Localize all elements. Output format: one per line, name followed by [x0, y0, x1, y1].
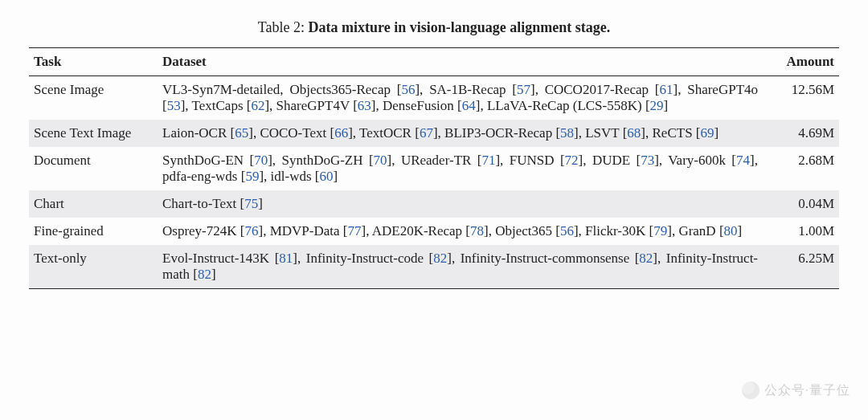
dataset-item: UReader-TR [71]	[401, 153, 500, 168]
separator: ,	[579, 125, 586, 141]
separator: ,	[489, 223, 496, 239]
table-row: DocumentSynthDoG-EN [70], SynthDoG-ZH [7…	[29, 147, 839, 190]
dataset-item: TextCaps [62]	[192, 98, 270, 113]
citation-link[interactable]: 59	[245, 169, 259, 184]
citation-link[interactable]: 72	[565, 153, 579, 168]
separator: ,	[583, 153, 592, 168]
citation-link[interactable]: 53	[167, 98, 181, 113]
citation-link[interactable]: 73	[641, 153, 654, 168]
dataset-name: COCO-Text	[260, 125, 326, 141]
table-caption: Table 2: Data mixture in vision-language…	[29, 19, 839, 36]
dataset-name: VL3-Syn7M-detailed	[162, 82, 280, 97]
amount-cell: 6.25M	[763, 245, 839, 289]
separator: ,	[645, 125, 653, 141]
dataset-name: BLIP3-OCR-Recap	[444, 125, 552, 141]
dataset-cell: SynthDoG-EN [70], SynthDoG-ZH [70], URea…	[158, 147, 763, 190]
dataset-name: TextCaps	[192, 98, 244, 113]
citation-link[interactable]: 65	[235, 125, 248, 141]
dataset-item: ReCTS [69]	[653, 125, 719, 141]
citation-link[interactable]: 56	[560, 223, 574, 239]
citation-link[interactable]: 82	[433, 251, 447, 266]
citation-link[interactable]: 71	[481, 153, 495, 168]
amount-cell: 0.04M	[763, 190, 839, 218]
dataset-item: SynthDoG-EN [70]	[162, 153, 272, 168]
citation-link[interactable]: 67	[420, 125, 433, 141]
dataset-item: LLaVA-ReCap (LCS-558K) [29]	[487, 98, 668, 113]
citation-link[interactable]: 70	[374, 153, 387, 168]
citation-link[interactable]: 63	[358, 98, 371, 113]
caption-label: Table 2:	[258, 19, 305, 35]
data-mixture-table: Task Dataset Amount Scene ImageVL3-Syn7M…	[29, 47, 839, 289]
dataset-item: SynthDoG-ZH [70]	[281, 153, 391, 168]
amount-cell: 2.68M	[763, 147, 839, 190]
separator: ,	[297, 251, 306, 266]
citation-link[interactable]: 29	[650, 98, 664, 113]
dataset-name: ReCTS	[653, 125, 693, 141]
dataset-name: GranD	[678, 223, 715, 239]
separator: ,	[480, 98, 487, 113]
dataset-name: DUDE	[592, 153, 630, 168]
citation-link[interactable]: 69	[701, 125, 714, 141]
dataset-name: MDVP-Data	[270, 223, 340, 239]
dataset-item: VL3-Syn7M-detailed	[162, 82, 280, 97]
citation-link[interactable]: 58	[560, 125, 574, 141]
citation-link[interactable]: 60	[319, 169, 333, 184]
dataset-name: LSVT	[585, 125, 619, 141]
dataset-cell: Osprey-724K [76], MDVP-Data [77], ADE20K…	[158, 218, 763, 245]
dataset-cell: Laion-OCR [65], COCO-Text [66], TextOCR …	[158, 120, 763, 147]
dataset-item: ADE20K-Recap [78]	[372, 223, 489, 239]
task-cell: Chart	[29, 190, 158, 218]
citation-link[interactable]: 70	[254, 153, 268, 168]
citation-link[interactable]: 62	[251, 98, 264, 113]
citation-link[interactable]: 76	[244, 223, 258, 239]
dataset-name: SynthDoG-ZH	[281, 153, 362, 168]
separator: ,	[272, 153, 282, 168]
dataset-name: Laion-OCR	[162, 125, 227, 141]
citation-link[interactable]: 82	[639, 251, 653, 266]
dataset-item: ShareGPT4V [63]	[276, 98, 376, 113]
dataset-item: COCO-Text [66]	[260, 125, 352, 141]
citation-link[interactable]: 56	[401, 82, 415, 97]
dataset-name: Chart-to-Text	[162, 196, 236, 211]
separator: ,	[366, 223, 372, 239]
dataset-item: idl-wds [60]	[271, 169, 338, 184]
separator: ,	[185, 98, 191, 113]
dataset-item: Laion-OCR [65]	[162, 125, 253, 141]
separator: ,	[376, 98, 383, 113]
dataset-name: UReader-TR	[401, 153, 471, 168]
citation-link[interactable]: 79	[653, 223, 667, 239]
dataset-name: idl-wds	[271, 169, 312, 184]
dataset-name: COCO2017-Recap	[545, 82, 649, 97]
citation-link[interactable]: 61	[659, 82, 673, 97]
dataset-item: Infinity-Instruct-commonsense [82]	[461, 251, 657, 266]
amount-cell: 4.69M	[763, 120, 839, 147]
citation-link[interactable]: 80	[724, 223, 738, 239]
citation-link[interactable]: 78	[470, 223, 484, 239]
separator: ,	[500, 153, 510, 168]
citation-link[interactable]: 57	[517, 82, 530, 97]
citation-link[interactable]: 66	[334, 125, 348, 141]
dataset-item: Infinity-Instruct-code [82]	[306, 251, 452, 266]
citation-link[interactable]: 75	[244, 196, 258, 211]
table-row: Text-onlyEvol-Instruct-143K [81], Infini…	[29, 245, 839, 289]
dataset-item: Vary-600k [74]	[668, 153, 755, 168]
citation-link[interactable]: 81	[279, 251, 293, 266]
dataset-item: BLIP3-OCR-Recap [58]	[444, 125, 579, 141]
dataset-item: Chart-to-Text [75]	[162, 196, 263, 211]
dataset-name: LLaVA-ReCap (LCS-558K)	[487, 98, 642, 113]
dataset-cell: VL3-Syn7M-detailed, Objects365-Recap [56…	[158, 76, 763, 120]
citation-link[interactable]: 77	[347, 223, 361, 239]
dataset-name: Objects365-Recap	[289, 82, 391, 97]
separator: ,	[353, 125, 359, 141]
dataset-name: Osprey-724K	[162, 223, 237, 239]
citation-link[interactable]: 64	[462, 98, 476, 113]
dataset-name: pdfa-eng-wds	[162, 169, 237, 184]
dataset-name: Infinity-Instruct-commonsense	[461, 251, 630, 266]
dataset-name: Evol-Instruct-143K	[162, 251, 269, 266]
citation-link[interactable]: 74	[736, 153, 750, 168]
citation-link[interactable]: 68	[627, 125, 641, 141]
dataset-name: Flickr-30K	[585, 223, 645, 239]
citation-link[interactable]: 82	[198, 267, 211, 282]
table-row: ChartChart-to-Text [75]0.04M	[29, 190, 839, 218]
table-header-row: Task Dataset Amount	[29, 48, 839, 76]
